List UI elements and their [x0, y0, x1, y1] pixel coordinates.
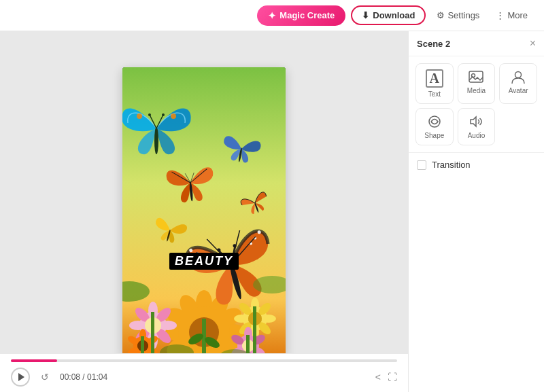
more-button[interactable]: ⋮ More: [490, 7, 533, 24]
svg-point-36: [234, 315, 249, 323]
download-icon: ⬇: [362, 10, 369, 20]
svg-rect-58: [151, 312, 154, 357]
settings-button[interactable]: ⚙ Settings: [431, 7, 485, 24]
text-label: Text: [428, 90, 441, 98]
beauty-text-overlay: BEAUTY: [169, 253, 239, 270]
play-icon: [18, 373, 24, 381]
share-icon[interactable]: <: [375, 372, 381, 382]
audio-icon: [469, 114, 483, 129]
tool-grid: A Text Media Avatar: [409, 56, 544, 152]
svg-point-32: [261, 315, 276, 323]
right-controls: < ⛶: [375, 372, 397, 382]
media-icon: [469, 69, 483, 84]
panel-close-button[interactable]: ×: [530, 38, 536, 49]
tool-avatar[interactable]: Avatar: [499, 63, 537, 104]
magic-create-label: Magic Create: [279, 10, 335, 20]
replay-button[interactable]: ↺: [37, 369, 53, 385]
more-icon: ⋮: [496, 10, 505, 20]
video-preview: BEAUTY: [122, 67, 286, 357]
tool-shape[interactable]: Shape: [415, 108, 454, 145]
svg-point-66: [154, 127, 158, 154]
fullscreen-icon[interactable]: ⛶: [388, 372, 397, 382]
svg-rect-59: [253, 306, 256, 357]
scene-svg: [122, 67, 286, 357]
video-background: BEAUTY: [122, 67, 286, 357]
replay-icon: ↺: [41, 372, 49, 382]
settings-icon: ⚙: [437, 10, 445, 20]
text-icon: A: [426, 69, 443, 88]
right-panel: Scene 2 × A Text Media: [408, 31, 544, 392]
main-area: BEAUTY ↺ 00:08 / 01:04 < ⛶: [0, 31, 544, 392]
svg-point-25: [129, 321, 147, 330]
settings-label: Settings: [447, 10, 479, 20]
svg-point-70: [162, 113, 165, 116]
transition-checkbox[interactable]: [417, 160, 426, 170]
tool-media[interactable]: Media: [458, 63, 496, 104]
panel-header: Scene 2 ×: [409, 31, 544, 56]
playback-controls: ↺ 00:08 / 01:04 < ⛶: [11, 368, 397, 387]
avatar-icon: [511, 69, 526, 84]
media-label: Media: [467, 87, 486, 94]
svg-point-100: [515, 72, 522, 78]
magic-create-spark-icon: ✦: [268, 10, 276, 21]
download-label: Download: [373, 10, 415, 20]
more-label: More: [507, 10, 528, 20]
panel-title: Scene 2: [417, 39, 450, 49]
avatar-label: Avatar: [509, 87, 528, 94]
transition-label: Transition: [432, 160, 471, 170]
tool-audio[interactable]: Audio: [458, 108, 496, 145]
progress-bar-fill: [11, 359, 57, 362]
time-display: 00:08 / 01:04: [60, 372, 107, 382]
shape-icon: [427, 114, 442, 129]
svg-point-64: [137, 113, 142, 119]
audio-label: Audio: [468, 132, 486, 139]
play-button[interactable]: [11, 368, 30, 387]
svg-point-21: [159, 321, 177, 330]
magic-create-button[interactable]: ✦ Magic Create: [257, 5, 345, 26]
canvas-area: BEAUTY ↺ 00:08 / 01:04 < ⛶: [0, 31, 408, 392]
svg-point-65: [171, 113, 176, 119]
shape-label: Shape: [424, 132, 444, 139]
progress-bar-container[interactable]: [11, 359, 397, 362]
download-button[interactable]: ⬇ Download: [351, 5, 426, 25]
svg-point-69: [148, 113, 151, 116]
tool-text[interactable]: A Text: [415, 63, 454, 104]
svg-rect-98: [469, 71, 483, 82]
toolbar: ✦ Magic Create ⬇ Download ⚙ Settings ⋮ M…: [0, 0, 544, 31]
bottom-controls: ↺ 00:08 / 01:04 < ⛶: [0, 353, 408, 392]
canvas-wrapper: BEAUTY: [122, 45, 286, 378]
transition-row: Transition: [409, 152, 544, 177]
